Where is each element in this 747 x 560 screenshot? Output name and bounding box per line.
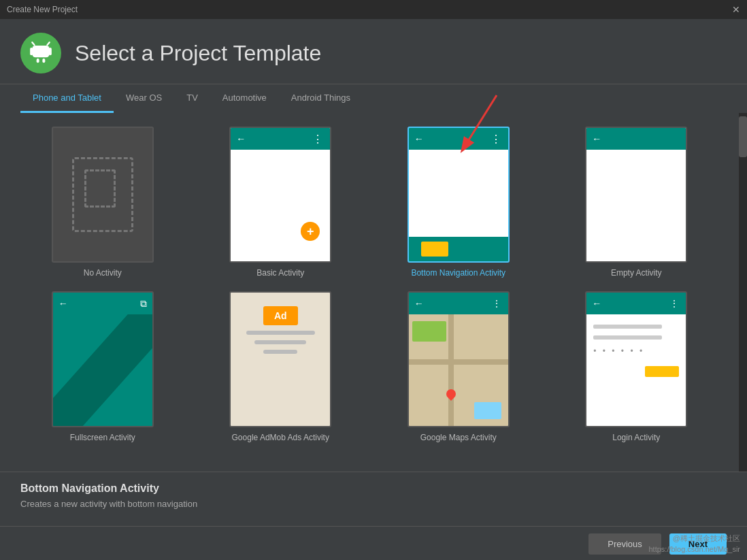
login-label: Login Activity [612,433,660,442]
header: Select a Project Template [0,19,747,84]
tab-bar: Phone and Tablet Wear OS TV Automotive A… [0,84,747,113]
login-dots-field: • • • • • • [593,346,662,356]
template-maps[interactable]: ← ⋮ Google Maps Activity [376,291,541,442]
svg-rect-5 [37,59,39,63]
bottom-nav-label: Bottom Navigation Activity [411,268,505,278]
tab-automotive[interactable]: Automotive [210,84,279,113]
svg-rect-6 [42,59,45,63]
bottom-nav-preview: ← ⋮ [408,127,510,263]
login-back-icon: ← [592,298,601,309]
title-bar: Create New Project ✕ [0,0,747,19]
ad-line-3 [263,350,297,354]
maps-back-icon: ← [414,298,424,309]
watermark-line1: @稀土掘金技术社区 [648,533,740,544]
template-bottom-nav[interactable]: ← ⋮ Bottom Navigation Activity [376,127,541,278]
bottom-nav-selected-indicator [421,242,448,257]
description-body: Creates a new activity with bottom navig… [20,499,197,509]
empty-activity-label: Empty Activity [611,268,662,278]
templates-grid: No Activity ← ⋮ + Basic Activity [0,113,739,472]
watermark-line2: https://blog.csdn.net/Mq_sir [648,544,740,555]
login-dots-icon: ⋮ [669,298,680,309]
back-arrow-icon: ← [236,133,246,144]
diagonal-svg [53,314,152,426]
admob-label: Google AdMob Ads Activity [232,433,329,442]
login-field-1 [593,325,662,329]
login-field-2 [593,335,662,340]
template-fullscreen[interactable]: ← ⧉ Fullscreen Activity [20,291,185,442]
basic-activity-preview: ← ⋮ + [229,127,331,263]
android-logo [20,33,61,73]
tab-wear-os[interactable]: Wear OS [114,84,174,113]
template-login[interactable]: ← ⋮ • • • • • • Login Activity [554,291,719,442]
template-empty-activity[interactable]: ← Empty Activity [554,127,719,278]
android-icon [28,40,54,66]
svg-rect-3 [30,48,33,55]
tab-android-things[interactable]: Android Things [279,84,363,113]
title-bar-text: Create New Project [7,5,78,14]
maps-dots-icon: ⋮ [492,298,503,309]
description-title: Bottom Navigation Activity [20,482,727,495]
dashed-placeholder [72,157,133,232]
no-activity-preview [52,127,154,263]
no-activity-label: No Activity [84,268,122,278]
ad-line-1 [246,331,315,335]
map-pin-icon [444,387,458,401]
template-admob[interactable]: Ad Google AdMob Ads Activity [199,291,363,442]
menu-dots-icon: ⋮ [491,133,503,146]
fullscreen-preview: ← ⧉ [52,291,154,427]
close-button[interactable]: ✕ [732,4,740,15]
maps-label: Google Maps Activity [420,433,497,442]
maps-preview: ← ⋮ [408,291,510,427]
basic-activity-label: Basic Activity [256,268,304,278]
empty-activity-preview: ← [585,127,687,263]
scrollbar-thumb[interactable] [739,116,747,157]
description-text: Creates a new activity with bottom navig… [20,499,727,509]
login-btn [645,366,679,377]
svg-rect-4 [49,48,52,55]
description-area: Bottom Navigation Activity Creates a new… [0,472,747,526]
fs-expand-icon: ⧉ [140,298,147,310]
login-preview: ← ⋮ • • • • • • [585,291,687,427]
tab-tv[interactable]: TV [174,84,210,113]
svg-rect-2 [32,46,49,57]
back-arrow-icon: ← [592,133,601,144]
tab-phone-tablet[interactable]: Phone and Tablet [20,84,114,113]
footer: Previous Next [0,526,747,560]
watermark: @稀土掘金技术社区 https://blog.csdn.net/Mq_sir [648,533,740,555]
template-no-activity[interactable]: No Activity [20,127,185,278]
back-arrow-icon: ← [414,133,424,144]
content-area: No Activity ← ⋮ + Basic Activity [0,113,747,472]
scrollbar[interactable] [739,113,747,472]
ad-line-2 [254,340,306,344]
fs-back-icon: ← [59,298,68,309]
menu-dots-icon: ⋮ [312,133,325,146]
page-title: Select a Project Template [75,41,321,66]
ad-badge: Ad [263,306,298,325]
svg-line-7 [53,314,152,426]
fullscreen-label: Fullscreen Activity [70,433,135,442]
admob-preview: Ad [229,291,331,427]
template-basic-activity[interactable]: ← ⋮ + Basic Activity [199,127,363,278]
